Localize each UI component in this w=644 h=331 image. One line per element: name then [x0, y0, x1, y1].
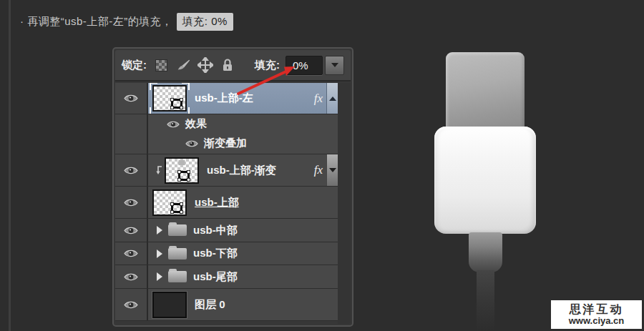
group-name: usb-下部: [193, 247, 238, 260]
panel-scroll-gutter[interactable]: [338, 83, 351, 324]
visibility-toggle[interactable]: [115, 242, 148, 265]
transparency-checker-thumb: [152, 189, 187, 216]
chevron-up-icon: [329, 97, 336, 101]
eye-icon: [167, 120, 180, 129]
transparency-checker-thumb: [165, 157, 199, 184]
vertical-guide-line: [9, 0, 11, 331]
visibility-toggle[interactable]: [115, 265, 148, 288]
usb-strain-relief: [469, 232, 502, 272]
visibility-toggle[interactable]: [115, 83, 148, 114]
eye-icon: [124, 94, 138, 103]
instruction-line: · 再调整“usb-上部-左”的填充， 填充: 0%: [20, 13, 233, 31]
group-row-usb-tail[interactable]: usb-尾部: [115, 265, 338, 289]
fx-badge: fx: [314, 92, 326, 106]
group-row-usb-bottom[interactable]: usb-下部: [115, 242, 338, 265]
eye-icon: [185, 139, 198, 148]
layer-name: usb-上部-渐变: [207, 164, 276, 177]
group-name: usb-中部: [193, 224, 238, 237]
fill-value-field[interactable]: 0%: [286, 56, 323, 75]
layer-name: 图层 0: [195, 298, 225, 312]
effects-gutter: [115, 114, 148, 154]
visibility-toggle[interactable]: [115, 154, 148, 186]
eye-icon: [124, 249, 138, 258]
folder-icon: [168, 271, 187, 282]
group-name: usb-尾部: [193, 270, 238, 284]
layer-row-background[interactable]: 图层 0: [115, 289, 338, 321]
vector-path-outline: [171, 99, 182, 109]
chevron-down-icon: [329, 168, 336, 172]
layer-row-usb-top-gradient[interactable]: usb-上部-渐变 fx: [115, 154, 338, 187]
layers-list: usb-上部-左 fx 效果 渐变叠加: [115, 83, 338, 321]
lock-transparency-button[interactable]: [153, 57, 169, 73]
clipping-mask-icon: [155, 165, 163, 175]
fill-label: 填充:: [255, 59, 280, 72]
lock-label: 锁定:: [122, 59, 147, 72]
canvas-background: · 再调整“usb-上部-左”的填充， 填充: 0% 锁定: 填充: 0%: [0, 0, 644, 331]
eye-icon: [124, 198, 138, 207]
effects-title: 效果: [185, 117, 207, 131]
layer-row-usb-top[interactable]: usb-上部: [115, 187, 338, 219]
eye-icon: [124, 300, 138, 310]
layer-thumbnail[interactable]: [151, 290, 188, 320]
layer-thumbnail[interactable]: [151, 84, 188, 114]
lock-all-button[interactable]: [220, 57, 235, 73]
collapse-effects-button[interactable]: [326, 83, 338, 114]
expand-effects-button[interactable]: [326, 154, 338, 186]
folder-icon: [168, 248, 187, 260]
checkerboard-icon: [155, 59, 167, 71]
fill-value: 0%: [293, 59, 308, 71]
fx-badge: fx: [314, 163, 326, 177]
visibility-toggle[interactable]: [115, 187, 148, 218]
disclosure-triangle-icon[interactable]: [157, 226, 162, 234]
folder-icon: [168, 224, 187, 236]
usb-cable: [477, 270, 494, 331]
eye-icon: [124, 166, 138, 175]
pixel-content: [179, 160, 185, 165]
move-icon: [197, 57, 213, 73]
disclosure-triangle-icon[interactable]: [157, 250, 162, 258]
vector-path-outline: [178, 171, 190, 181]
fill-dropdown-button[interactable]: [325, 56, 344, 75]
fill-highlight-badge: 填充: 0%: [177, 13, 233, 31]
eye-icon: [124, 226, 138, 235]
effect-item-label: 渐变叠加: [204, 137, 247, 150]
disclosure-triangle-icon[interactable]: [157, 272, 162, 281]
watermark-title: 思洋互动: [570, 304, 624, 316]
effect-item-gradient-overlay[interactable]: 渐变叠加: [148, 134, 338, 153]
eye-icon: [124, 272, 138, 282]
effects-block: 效果 渐变叠加: [115, 114, 338, 154]
layers-panel-header: 锁定: 填充: 0%: [115, 50, 351, 81]
transparency-checker-thumb: [152, 85, 187, 112]
layer-name: usb-上部-左: [195, 92, 253, 105]
instruction-text: · 再调整“usb-上部-左”的填充，: [20, 15, 172, 29]
padlock-icon: [222, 58, 233, 72]
layer-row-usb-top-left[interactable]: usb-上部-左 fx: [115, 83, 338, 114]
vector-path-outline: [171, 203, 182, 213]
usb-plug-body: [434, 127, 536, 234]
lock-position-button[interactable]: [197, 57, 213, 73]
effects-row[interactable]: 效果: [148, 114, 338, 134]
brush-icon: [175, 58, 191, 72]
watermark-url: www.ciya.cn: [569, 316, 625, 326]
visibility-toggle[interactable]: [115, 219, 148, 242]
visibility-toggle[interactable]: [115, 289, 148, 320]
layers-panel: 锁定: 填充: 0%: [112, 47, 353, 327]
group-row-usb-middle[interactable]: usb-中部: [115, 219, 338, 242]
solid-dark-thumb: [152, 292, 187, 318]
usb-metal-connector: [446, 52, 525, 131]
layer-thumbnail[interactable]: [163, 155, 200, 185]
layer-name: usb-上部: [195, 196, 239, 209]
layer-thumbnail[interactable]: [151, 187, 188, 217]
lock-pixels-button[interactable]: [175, 57, 191, 73]
watermark: 思洋互动 www.ciya.cn: [551, 300, 642, 329]
chevron-down-icon: [331, 63, 338, 67]
